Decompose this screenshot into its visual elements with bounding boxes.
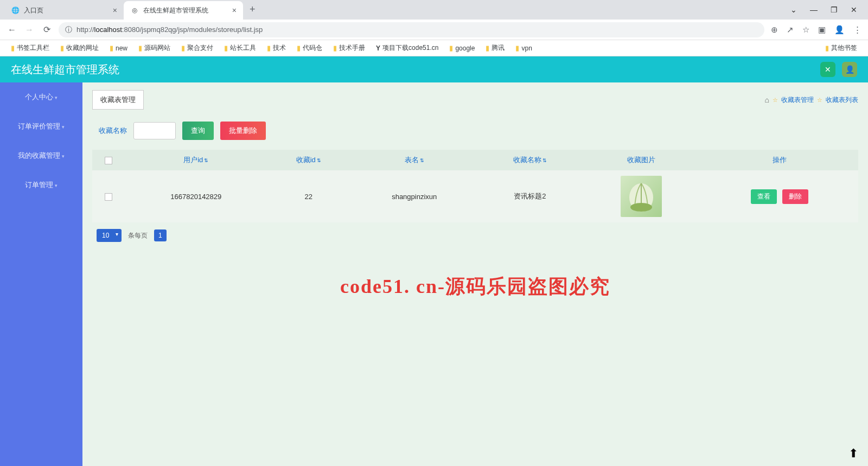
chevron-down-icon: ▾ — [55, 183, 58, 188]
bookmark-item[interactable]: ▮书签工具栏 — [7, 41, 54, 55]
site-icon: Y — [376, 44, 380, 52]
sidebar-item-personal[interactable]: 个人中心▾ — [0, 82, 82, 112]
bookmark-item[interactable]: ▮技术手册 — [329, 41, 369, 55]
bookmark-item[interactable]: ▮聚合支付 — [177, 41, 218, 55]
manage-button[interactable]: 收藏表管理 — [92, 90, 144, 110]
bookmark-item[interactable]: ▮vpn — [511, 42, 536, 54]
minimize-icon[interactable]: — — [810, 5, 818, 14]
col-fav-name[interactable]: 收藏名称⇅ — [479, 150, 582, 170]
folder-icon: ▮ — [11, 44, 15, 52]
globe-icon: 🌐 — [11, 6, 20, 15]
star-icon: ☆ — [817, 97, 822, 104]
delete-button[interactable]: 删除 — [782, 189, 808, 204]
bookmark-item[interactable]: ▮源码网站 — [134, 41, 175, 55]
folder-icon: ▮ — [138, 44, 142, 52]
bookmark-item[interactable]: ▮new — [105, 42, 132, 54]
bookmark-item[interactable]: ▮收藏的网址 — [56, 41, 103, 55]
star-icon[interactable]: ☆ — [802, 25, 809, 35]
cell-user-id: 1667820142829 — [125, 170, 267, 222]
sort-icon: ⇅ — [204, 158, 208, 163]
forward-button[interactable]: → — [24, 25, 35, 35]
cell-fav-name: 资讯标题2 — [479, 170, 582, 222]
bookmark-item[interactable]: ▮google — [445, 42, 479, 54]
thumbnail-image[interactable] — [621, 176, 662, 217]
chevron-down-icon[interactable]: ⌄ — [790, 5, 797, 14]
breadcrumb-item: 收藏表列表 — [826, 95, 858, 105]
window-controls: ⌄ — ❐ ✕ — [790, 0, 868, 20]
col-user-id[interactable]: 用户id⇅ — [125, 150, 267, 170]
browser-tab-active[interactable]: ◎ 在线生鲜超市管理系统 × — [124, 1, 243, 20]
info-icon: ⓘ — [65, 25, 72, 35]
search-button[interactable]: 查询 — [182, 122, 214, 140]
col-image: 收藏图片 — [581, 150, 701, 170]
back-button[interactable]: ← — [7, 25, 17, 35]
home-icon[interactable]: ⌂ — [765, 95, 769, 104]
bookmark-item[interactable]: ▮技术 — [263, 41, 290, 55]
close-icon[interactable]: × — [113, 6, 117, 15]
per-page-label: 条每页 — [128, 231, 148, 240]
main-content: 收藏表管理 ⌂ ☆ 收藏表管理 ☆ 收藏表列表 收藏名称 查询 批量删除 用户i… — [82, 82, 868, 466]
other-bookmarks[interactable]: ▮其他书签 — [821, 41, 861, 55]
select-all-checkbox[interactable] — [105, 157, 112, 164]
folder-icon: ▮ — [515, 44, 519, 52]
url-input[interactable]: ⓘ http://localhost:8080/jspmq82qg/jsp/mo… — [59, 22, 764, 37]
star-icon: ☆ — [773, 97, 778, 104]
folder-icon: ▮ — [224, 44, 228, 52]
folder-icon: ▮ — [181, 44, 185, 52]
watermark-text: code51. cn-源码乐园盗图必究 — [340, 273, 610, 300]
sort-icon: ⇅ — [542, 158, 547, 163]
view-button[interactable]: 查看 — [751, 189, 777, 204]
table-row: 1667820142829 22 shangpinzixun 资讯标题2 查看 … — [92, 170, 858, 222]
cell-table-name: shangpinzixun — [350, 170, 479, 222]
folder-icon: ▮ — [110, 44, 113, 52]
folder-icon: ▮ — [297, 44, 301, 52]
tab-title: 在线生鲜超市管理系统 — [143, 6, 228, 15]
breadcrumb: ⌂ ☆ 收藏表管理 ☆ 收藏表列表 — [765, 95, 858, 105]
col-fav-id[interactable]: 收藏id⇅ — [267, 150, 350, 170]
browser-tab[interactable]: 🌐 入口页 × — [4, 1, 124, 20]
cell-fav-id: 22 — [267, 170, 350, 222]
fullscreen-button[interactable]: ✕ — [820, 62, 835, 77]
bookmark-item[interactable]: Y项目下载code51.cn — [372, 41, 443, 55]
search-icon[interactable]: ⊕ — [771, 25, 778, 35]
col-table-name[interactable]: 表名⇅ — [350, 150, 479, 170]
chevron-down-icon: ▾ — [62, 124, 65, 130]
sidebar-item-favorites[interactable]: 我的收藏管理▾ — [0, 141, 82, 170]
user-button[interactable]: 👤 — [842, 62, 857, 77]
menu-icon[interactable]: ⋮ — [853, 25, 861, 35]
pagination: 10 条每页 1 — [92, 229, 858, 242]
page-size-select[interactable]: 10 — [97, 229, 122, 242]
folder-icon: ▮ — [60, 44, 64, 52]
folder-icon: ▮ — [267, 44, 271, 52]
close-window-icon[interactable]: ✕ — [851, 5, 857, 14]
bookmark-item[interactable]: ▮腾讯 — [481, 41, 509, 55]
browser-tab-bar: 🌐 入口页 × ◎ 在线生鲜超市管理系统 × + ⌄ — ❐ ✕ — [0, 0, 868, 20]
app-header: 在线生鲜超市管理系统 ✕ 👤 — [0, 56, 868, 82]
url-text: http://localhost:8080/jspmq82qg/jsp/modu… — [76, 25, 263, 34]
favorite-name-input[interactable] — [133, 122, 176, 139]
breadcrumb-item[interactable]: 收藏表管理 — [781, 95, 814, 105]
target-icon: ◎ — [130, 6, 139, 15]
sort-icon: ⇅ — [317, 158, 321, 163]
bulk-delete-button[interactable]: 批量删除 — [220, 122, 266, 140]
share-icon[interactable]: ↗ — [787, 25, 794, 35]
new-tab-button[interactable]: + — [243, 0, 262, 20]
sidebar-item-review[interactable]: 订单评价管理▾ — [0, 112, 82, 141]
folder-icon: ▮ — [486, 44, 489, 52]
sidebar-item-orders[interactable]: 订单管理▾ — [0, 170, 82, 200]
extensions-icon[interactable]: ▣ — [818, 25, 826, 35]
reload-button[interactable]: ⟳ — [41, 24, 52, 35]
maximize-icon[interactable]: ❐ — [831, 5, 838, 14]
close-icon[interactable]: × — [232, 6, 237, 15]
bookmark-item[interactable]: ▮代码仓 — [292, 41, 327, 55]
address-bar: ← → ⟳ ⓘ http://localhost:8080/jspmq82qg/… — [0, 20, 868, 40]
upload-icon[interactable]: ⬆ — [848, 446, 858, 461]
row-checkbox[interactable] — [105, 193, 112, 201]
bookmark-item[interactable]: ▮站长工具 — [220, 41, 260, 55]
folder-icon: ▮ — [449, 44, 453, 52]
filter-row: 收藏名称 查询 批量删除 — [92, 119, 858, 142]
page-number[interactable]: 1 — [154, 229, 167, 241]
filter-label: 收藏名称 — [99, 126, 127, 136]
profile-icon[interactable]: 👤 — [834, 25, 845, 35]
sidebar: 个人中心▾ 订单评价管理▾ 我的收藏管理▾ 订单管理▾ — [0, 82, 82, 466]
